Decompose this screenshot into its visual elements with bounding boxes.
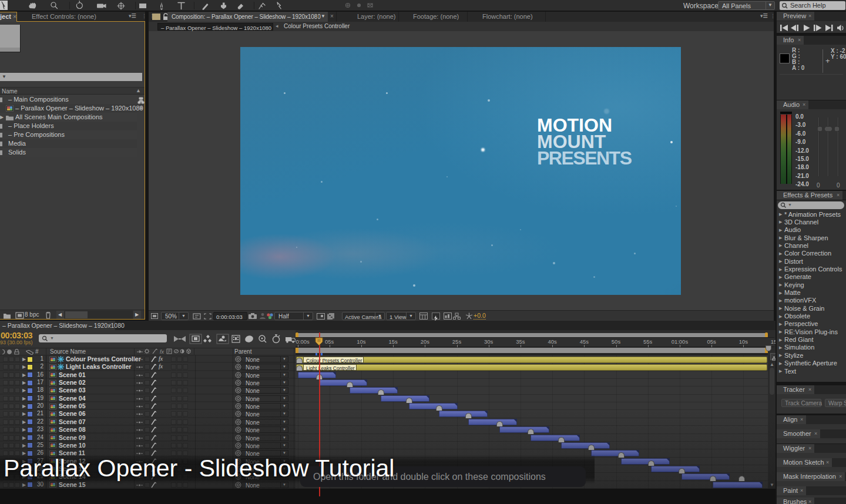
svg-text:fx: fx [160,349,164,355]
